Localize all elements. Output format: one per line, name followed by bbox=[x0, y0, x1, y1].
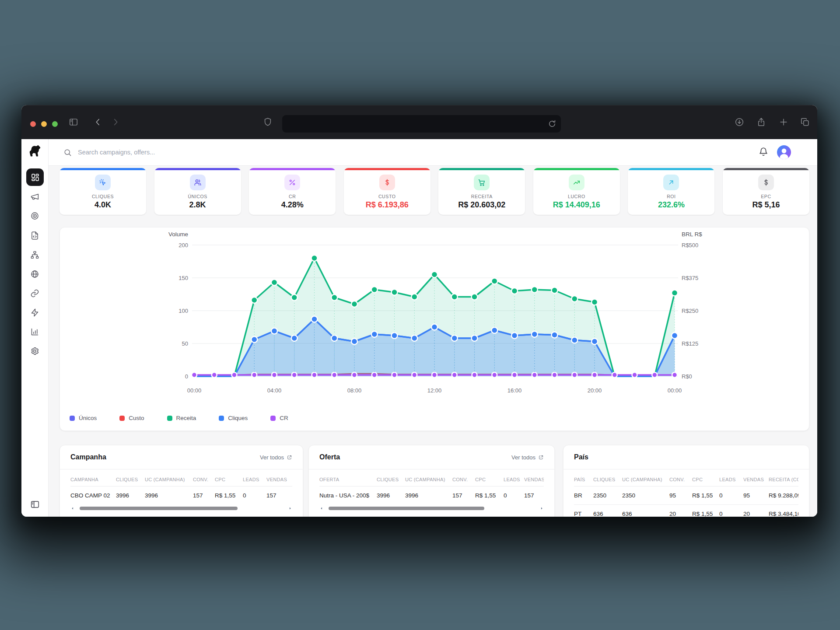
table-row[interactable]: CBO CAMP 0239963996157R$ 1,550157R bbox=[70, 486, 292, 505]
sidebar-collapse-button[interactable] bbox=[21, 497, 48, 512]
legend-item-receita[interactable]: Receita bbox=[167, 415, 196, 421]
table-cell: 636 bbox=[622, 505, 669, 517]
tab-overview-icon[interactable] bbox=[800, 117, 810, 127]
table-cell: 0 bbox=[719, 505, 743, 517]
table-cell: R$ 1,55 bbox=[692, 505, 719, 517]
svg-text:R$250: R$250 bbox=[682, 308, 698, 314]
ver-todos-link[interactable]: Ver todos bbox=[511, 454, 544, 461]
column-header: CONV. bbox=[193, 469, 215, 486]
download-icon[interactable] bbox=[735, 117, 744, 127]
table-cell: R$ 1,55 bbox=[475, 486, 504, 505]
kpi-label: CUSTO bbox=[344, 194, 430, 199]
legend-item-cr[interactable]: CR bbox=[270, 415, 288, 421]
ver-todos-link[interactable]: Ver todos bbox=[260, 454, 292, 461]
sidebar-item-offers[interactable] bbox=[21, 207, 48, 224]
share-icon[interactable] bbox=[756, 117, 766, 127]
table-card-oferta: OfertaVer todosOFERTACLIQUESUC (CAMPANHA… bbox=[308, 445, 555, 517]
kpi-value: R$ 5,16 bbox=[723, 200, 809, 210]
svg-text:R$0: R$0 bbox=[682, 373, 692, 380]
svg-text:Volume: Volume bbox=[168, 231, 188, 238]
horizontal-scrollbar[interactable] bbox=[70, 505, 292, 511]
table-row[interactable]: BR2350235095R$ 1,55095R$ 9.288,09 bbox=[574, 486, 798, 505]
sidebar-item-campaigns[interactable] bbox=[21, 188, 48, 205]
sidebar-item-links[interactable] bbox=[21, 284, 48, 302]
sidebar-item-landers[interactable] bbox=[21, 227, 48, 244]
legend-item-custo[interactable]: Custo bbox=[119, 415, 144, 421]
column-header: VENDAS bbox=[743, 469, 769, 486]
user-avatar[interactable] bbox=[777, 145, 791, 159]
table-title: País bbox=[574, 453, 588, 461]
sidebar-item-automation[interactable] bbox=[21, 304, 48, 321]
shield-icon[interactable] bbox=[263, 117, 273, 127]
scroll-left-icon[interactable] bbox=[70, 506, 75, 511]
app-sidebar bbox=[21, 139, 49, 517]
column-header: LEADS bbox=[243, 469, 266, 486]
column-header: CPC bbox=[475, 469, 504, 486]
legend-swatch bbox=[119, 416, 125, 421]
dog-logo bbox=[28, 144, 41, 158]
table-cell: 157 bbox=[266, 486, 292, 505]
legend-swatch bbox=[70, 416, 75, 421]
column-header: UC (CAMPANHA) bbox=[145, 469, 193, 486]
legend-label: Únicos bbox=[79, 415, 97, 421]
table-card-pas: PaísPAÍSCLIQUESUC (CAMPANHA)CONV.CPCLEAD… bbox=[563, 445, 809, 517]
scroll-right-icon[interactable] bbox=[288, 506, 292, 511]
sidebar-item-dashboard[interactable] bbox=[26, 168, 44, 186]
sidebar-item-settings[interactable] bbox=[21, 342, 48, 360]
scrollbar-thumb[interactable] bbox=[329, 507, 484, 510]
percent-icon bbox=[284, 175, 300, 190]
back-icon[interactable] bbox=[93, 117, 103, 127]
svg-text:150: 150 bbox=[178, 275, 188, 281]
table-row[interactable]: PT63663620R$ 1,55020R$ 3.484,10 bbox=[574, 505, 798, 517]
forward-icon[interactable] bbox=[111, 117, 120, 127]
column-header: OFERTA bbox=[319, 469, 377, 486]
column-header: LEADS bbox=[719, 469, 743, 486]
column-header: PAÍS bbox=[574, 469, 593, 486]
traffic-chart: 0R$050R$125100R$250150R$375200R$500Volum… bbox=[60, 228, 809, 402]
reload-icon[interactable] bbox=[548, 119, 556, 128]
svg-text:BRL R$: BRL R$ bbox=[682, 231, 702, 238]
legend-item-nicos[interactable]: Únicos bbox=[70, 415, 97, 421]
dollar-icon bbox=[758, 175, 774, 190]
sidebar-toggle-icon[interactable] bbox=[69, 117, 78, 127]
table-title: Oferta bbox=[319, 453, 340, 461]
table-cell: 20 bbox=[743, 505, 769, 517]
address-bar[interactable] bbox=[282, 115, 561, 133]
new-tab-icon[interactable] bbox=[779, 117, 788, 127]
sidebar-item-flows[interactable] bbox=[21, 246, 48, 263]
kpi-accent-bar bbox=[60, 168, 146, 170]
bell-icon[interactable] bbox=[759, 147, 768, 157]
column-header: CONV. bbox=[669, 469, 692, 486]
kpi-value: 4.0K bbox=[60, 200, 146, 210]
search-bar[interactable] bbox=[63, 139, 262, 165]
traffic-light-maximize[interactable] bbox=[52, 121, 58, 127]
horizontal-scrollbar[interactable] bbox=[319, 505, 544, 511]
kpi-accent-bar bbox=[628, 168, 714, 170]
search-input[interactable] bbox=[77, 148, 262, 156]
svg-text:04:00: 04:00 bbox=[267, 387, 282, 394]
legend-item-cliques[interactable]: Cliques bbox=[219, 415, 248, 421]
kpi-label: CLIQUES bbox=[60, 194, 146, 199]
table-cell: 636 bbox=[593, 505, 622, 517]
external-link-icon bbox=[287, 455, 292, 460]
svg-text:100: 100 bbox=[178, 308, 188, 314]
legend-label: Cliques bbox=[228, 415, 248, 421]
svg-text:R$500: R$500 bbox=[682, 242, 698, 248]
browser-window: CLIQUES4.0KÚNICOS2.8KCR4.28%CUSTOR$ 6.19… bbox=[21, 105, 817, 517]
kpi-card-custo: CUSTOR$ 6.193,86 bbox=[344, 168, 430, 215]
table-cell: 3996 bbox=[377, 486, 405, 505]
traffic-light-minimize[interactable] bbox=[41, 121, 47, 127]
sidebar-item-reports[interactable] bbox=[21, 323, 48, 340]
kpi-value: 4.28% bbox=[249, 200, 336, 210]
traffic-light-close[interactable] bbox=[30, 121, 36, 127]
scrollbar-thumb[interactable] bbox=[80, 507, 238, 510]
sidebar-item-domains[interactable] bbox=[21, 265, 48, 283]
scroll-left-icon[interactable] bbox=[319, 506, 324, 511]
legend-label: CR bbox=[280, 415, 288, 421]
kpi-card-cr: CR4.28% bbox=[249, 168, 336, 215]
app-header bbox=[49, 139, 817, 166]
table-row[interactable]: Nutra - USA - 200$39963996157R$ 1,550157 bbox=[319, 486, 544, 505]
kpi-label: EPC bbox=[723, 194, 809, 199]
scroll-right-icon[interactable] bbox=[539, 506, 544, 511]
kpi-label: CR bbox=[249, 194, 336, 199]
